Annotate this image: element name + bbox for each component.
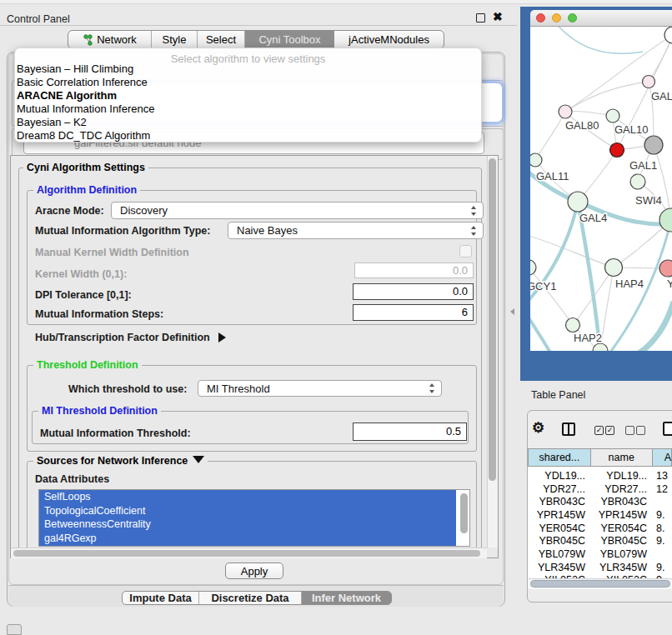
tab-select[interactable]: Select bbox=[198, 31, 245, 48]
table-row[interactable]: YBL079WYBL079W bbox=[528, 548, 672, 561]
manual-kernel-label: Manual Kernel Width Definition bbox=[35, 247, 189, 258]
split-columns-icon[interactable] bbox=[562, 422, 575, 436]
deselect-all-icon2[interactable] bbox=[636, 426, 645, 435]
table-row[interactable]: YDR27...YDR27...12 bbox=[528, 482, 672, 496]
column-header-name[interactable]: name bbox=[591, 449, 653, 467]
algorithm-dropdown: Select algorithm to view settings Bayesi… bbox=[14, 48, 482, 142]
column-header-shared-name[interactable]: shared... bbox=[528, 449, 591, 467]
select-all-icon[interactable]: ✓ bbox=[594, 426, 604, 435]
table-row[interactable]: YDL19...YDL19...13 bbox=[528, 469, 672, 482]
table-hscrollbar-thumb[interactable] bbox=[530, 580, 670, 588]
minimize-window-icon[interactable] bbox=[552, 13, 561, 22]
combo-arrows-icon bbox=[429, 383, 435, 393]
list-item[interactable]: TopologicalCoefficient bbox=[39, 504, 456, 518]
dropdown-item-selected[interactable]: ARACNE Algorithm bbox=[15, 89, 481, 102]
panel-dock-icon[interactable] bbox=[7, 624, 22, 635]
tab-discretize-data[interactable]: Discretize Data bbox=[199, 592, 302, 604]
network-window-titlebar[interactable] bbox=[530, 10, 672, 27]
settings-hscrollbar-thumb[interactable] bbox=[13, 550, 480, 557]
network-graph: GAL GAL80 GAL10 GAL1 GAL11 SWI4 GAL4 GCY… bbox=[530, 27, 672, 351]
aracne-mode-combo[interactable]: Discovery bbox=[111, 202, 484, 219]
list-item[interactable]: gal4RGexp bbox=[39, 532, 456, 546]
tab-cyni-toolbox[interactable]: Cyni Toolbox bbox=[245, 31, 334, 48]
node-label: GAL80 bbox=[565, 119, 599, 132]
close-panel-icon[interactable]: ✖ bbox=[493, 10, 503, 23]
tab-network[interactable]: Network bbox=[68, 31, 152, 48]
column-header-third[interactable]: A bbox=[653, 449, 672, 467]
attribute-list: SelfLoops TopologicalCoefficient Between… bbox=[38, 489, 470, 547]
node-label: HAP2 bbox=[574, 332, 602, 344]
sources-group-title[interactable]: Sources for Network Inference bbox=[33, 455, 208, 467]
which-threshold-value: MI Threshold bbox=[207, 382, 270, 395]
network-canvas[interactable]: GAL GAL80 GAL10 GAL1 GAL11 SWI4 GAL4 GCY… bbox=[530, 27, 672, 351]
list-item[interactable]: BetweennessCentrality bbox=[39, 518, 456, 532]
table-row[interactable]: YER054CYER054C8. bbox=[528, 522, 672, 535]
kernel-width-input[interactable]: 0.0 bbox=[354, 262, 474, 278]
which-threshold-label: Which threshold to use: bbox=[68, 383, 187, 395]
threshold-definition-title: Threshold Definition bbox=[33, 359, 142, 371]
apply-button[interactable]: Apply bbox=[225, 562, 283, 579]
tab-impute-data[interactable]: Impute Data bbox=[123, 592, 199, 604]
mi-threshold-group-title: MI Threshold Definition bbox=[38, 405, 161, 417]
table-panel-title: Table Panel bbox=[531, 389, 585, 401]
list-scrollbar[interactable] bbox=[460, 493, 468, 533]
node-label: GAL1 bbox=[629, 159, 657, 172]
hub-definition-label: Hub/Transcription Factor Definition bbox=[35, 332, 210, 343]
algorithm-definition-title: Algorithm Definition bbox=[33, 184, 140, 196]
node-label: SWI4 bbox=[635, 194, 662, 207]
panel-title: Control Panel bbox=[7, 13, 70, 25]
settings-vscrollbar-thumb[interactable] bbox=[489, 158, 496, 481]
tab-infer-network[interactable]: Infer Network bbox=[302, 592, 391, 604]
list-item[interactable]: SelfLoops bbox=[39, 490, 456, 504]
document-icon[interactable] bbox=[663, 422, 672, 436]
node-label: HAP4 bbox=[615, 278, 644, 290]
which-threshold-combo[interactable]: MI Threshold bbox=[198, 380, 442, 397]
control-panel-tabbar: Network Style Select Cyni Toolbox jActiv… bbox=[68, 30, 444, 49]
table-row[interactable]: YLR345WYLR345W9. bbox=[528, 561, 672, 574]
table-row[interactable]: YPR145WYPR145W9. bbox=[528, 508, 672, 522]
hub-definition-toggle[interactable]: Hub/Transcription Factor Definition bbox=[35, 332, 226, 343]
network-icon bbox=[83, 34, 93, 46]
screen: Control Panel ✖ Network Style Select Cyn… bbox=[0, 0, 672, 635]
gear-icon[interactable]: ⚙ bbox=[532, 419, 544, 437]
cyni-algorithm-settings-title: Cyni Algorithm Settings bbox=[23, 162, 148, 173]
manual-kernel-checkbox[interactable] bbox=[459, 245, 472, 258]
dropdown-item[interactable]: Bayesian – Hill Climbing bbox=[15, 62, 481, 76]
aracne-mode-label: Aracne Mode: bbox=[35, 205, 104, 217]
select-all-icon2[interactable]: ✓ bbox=[605, 426, 614, 435]
close-window-icon[interactable] bbox=[536, 13, 545, 22]
divider-collapse-icon[interactable] bbox=[510, 308, 514, 315]
bottom-tabbar: Impute Data Discretize Data Infer Networ… bbox=[122, 591, 392, 605]
table-body: YDL19...YDL19...13 YDR27...YDR27...12 YB… bbox=[528, 467, 672, 588]
float-panel-icon[interactable] bbox=[476, 13, 485, 22]
table-row[interactable]: YBR043CYBR043C bbox=[528, 495, 672, 508]
mi-steps-input[interactable]: 6 bbox=[353, 304, 474, 321]
mi-type-combo[interactable]: Naive Bayes bbox=[228, 222, 484, 239]
node-label: GAL10 bbox=[614, 123, 648, 136]
mi-type-label: Mutual Information Algorithm Type: bbox=[35, 225, 210, 237]
node-table: shared... name A YDL19...YDL19...13 YDR2… bbox=[528, 448, 672, 588]
node-label: GAL bbox=[651, 90, 672, 102]
dropdown-item[interactable]: Basic Correlation Inference bbox=[15, 76, 481, 89]
data-attributes-label: Data Attributes bbox=[35, 473, 109, 485]
tab-style[interactable]: Style bbox=[152, 31, 198, 48]
dropdown-item[interactable]: Mutual Information Inference bbox=[15, 102, 481, 116]
dpi-tolerance-input[interactable]: 0.0 bbox=[353, 283, 474, 300]
deselect-all-icon[interactable] bbox=[625, 426, 634, 435]
sources-title-label: Sources for Network Inference bbox=[37, 455, 188, 467]
node-label: GAL11 bbox=[536, 170, 569, 182]
dropdown-item[interactable]: Dream8 DC_TDC Algorithm bbox=[15, 129, 481, 142]
dropdown-item[interactable]: Bayesian – K2 bbox=[15, 116, 481, 129]
node-label: GCY1 bbox=[530, 280, 556, 292]
mi-steps-label: Mutual Information Steps: bbox=[35, 308, 163, 320]
table-row[interactable]: YBR045CYBR045C9. bbox=[528, 534, 672, 548]
dpi-tolerance-label: DPI Tolerance [0,1]: bbox=[35, 289, 132, 301]
mi-threshold-input[interactable]: 0.5 bbox=[353, 422, 467, 441]
tab-jactivemnodules[interactable]: jActiveMNodules bbox=[334, 31, 444, 48]
node-label: GAL4 bbox=[579, 212, 607, 224]
kernel-width-label: Kernel Width (0,1): bbox=[35, 268, 127, 280]
settings-viewport: Cyni Algorithm Settings Algorithm Defini… bbox=[11, 156, 486, 548]
aracne-mode-value: Discovery bbox=[120, 204, 168, 217]
combo-arrows-icon bbox=[471, 226, 477, 236]
zoom-window-icon[interactable] bbox=[568, 13, 577, 22]
